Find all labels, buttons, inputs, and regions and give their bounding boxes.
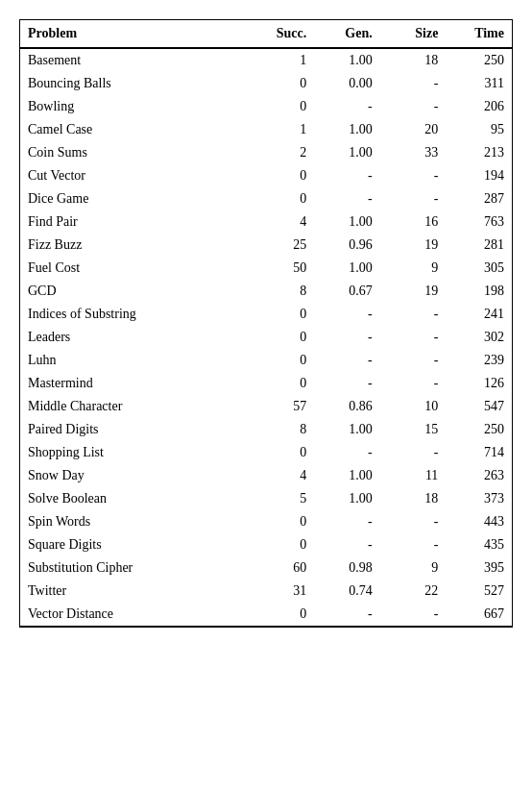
results-table-container: Problem Succ. Gen. Size Time Basement11.… (19, 19, 513, 628)
table-row: Solve Boolean51.0018373 (20, 487, 512, 510)
cell-size: - (380, 349, 447, 372)
cell-gen: 0.98 (314, 556, 380, 580)
cell-time: 287 (446, 187, 512, 210)
cell-problem: Coin Sums (20, 141, 249, 164)
cell-size: - (380, 164, 447, 187)
cell-size: 20 (380, 118, 447, 141)
table-row: Shopping List0--714 (20, 441, 512, 464)
header-succ: Succ. (249, 20, 315, 48)
table-row: Bouncing Balls00.00-311 (20, 72, 512, 95)
cell-succ: 0 (249, 187, 315, 210)
cell-gen: - (314, 187, 380, 210)
cell-time: 667 (446, 603, 512, 627)
cell-problem: Substitution Cipher (20, 556, 249, 580)
cell-succ: 0 (249, 510, 315, 533)
cell-size: 9 (380, 556, 447, 580)
cell-succ: 60 (249, 556, 315, 580)
cell-time: 547 (446, 395, 512, 418)
cell-problem: Luhn (20, 349, 249, 372)
cell-time: 263 (446, 464, 512, 487)
cell-succ: 0 (249, 164, 315, 187)
cell-gen: 1.00 (314, 48, 380, 72)
cell-size: - (380, 510, 447, 533)
cell-problem: Bowling (20, 95, 249, 118)
cell-size: - (380, 95, 447, 118)
cell-gen: - (314, 349, 380, 372)
table-row: Indices of Substring0--241 (20, 303, 512, 326)
cell-gen: - (314, 372, 380, 395)
results-table: Problem Succ. Gen. Size Time Basement11.… (20, 20, 512, 627)
cell-time: 395 (446, 556, 512, 580)
cell-problem: Middle Character (20, 395, 249, 418)
cell-gen: - (314, 164, 380, 187)
table-row: Square Digits0--435 (20, 533, 512, 556)
cell-succ: 0 (249, 441, 315, 464)
cell-succ: 0 (249, 95, 315, 118)
cell-succ: 0 (249, 303, 315, 326)
cell-size: 18 (380, 48, 447, 72)
cell-problem: Leaders (20, 326, 249, 349)
cell-succ: 31 (249, 580, 315, 603)
cell-problem: Indices of Substring (20, 303, 249, 326)
cell-succ: 0 (249, 533, 315, 556)
cell-size: 9 (380, 257, 447, 280)
table-row: Fuel Cost501.009305 (20, 257, 512, 280)
cell-problem: Dice Game (20, 187, 249, 210)
cell-time: 305 (446, 257, 512, 280)
header-time: Time (446, 20, 512, 48)
cell-gen: - (314, 326, 380, 349)
cell-problem: Twitter (20, 580, 249, 603)
cell-problem: Shopping List (20, 441, 249, 464)
cell-problem: Snow Day (20, 464, 249, 487)
cell-problem: Find Pair (20, 210, 249, 234)
cell-gen: 0.96 (314, 234, 380, 257)
cell-gen: - (314, 303, 380, 326)
header-gen: Gen. (314, 20, 380, 48)
table-row: Fizz Buzz250.9619281 (20, 234, 512, 257)
cell-gen: - (314, 441, 380, 464)
cell-size: 22 (380, 580, 447, 603)
cell-size: 18 (380, 487, 447, 510)
cell-time: 763 (446, 210, 512, 234)
cell-succ: 50 (249, 257, 315, 280)
cell-time: 281 (446, 234, 512, 257)
cell-problem: Fizz Buzz (20, 234, 249, 257)
cell-succ: 5 (249, 487, 315, 510)
cell-problem: Bouncing Balls (20, 72, 249, 95)
cell-time: 126 (446, 372, 512, 395)
cell-time: 250 (446, 48, 512, 72)
cell-size: 15 (380, 418, 447, 441)
table-row: Vector Distance0--667 (20, 603, 512, 627)
header-size: Size (380, 20, 447, 48)
table-row: Snow Day41.0011263 (20, 464, 512, 487)
cell-problem: Paired Digits (20, 418, 249, 441)
cell-succ: 0 (249, 349, 315, 372)
table-row: Find Pair41.0016763 (20, 210, 512, 234)
table-row: Paired Digits81.0015250 (20, 418, 512, 441)
table-row: Substitution Cipher600.989395 (20, 556, 512, 580)
cell-size: - (380, 72, 447, 95)
cell-gen: 0.00 (314, 72, 380, 95)
cell-size: 33 (380, 141, 447, 164)
cell-succ: 0 (249, 326, 315, 349)
cell-size: 10 (380, 395, 447, 418)
cell-time: 241 (446, 303, 512, 326)
cell-gen: - (314, 95, 380, 118)
cell-time: 311 (446, 72, 512, 95)
cell-problem: Spin Words (20, 510, 249, 533)
table-row: Luhn0--239 (20, 349, 512, 372)
cell-succ: 4 (249, 210, 315, 234)
table-header-row: Problem Succ. Gen. Size Time (20, 20, 512, 48)
cell-succ: 8 (249, 280, 315, 303)
table-row: Dice Game0--287 (20, 187, 512, 210)
table-row: Twitter310.7422527 (20, 580, 512, 603)
cell-time: 527 (446, 580, 512, 603)
cell-time: 95 (446, 118, 512, 141)
cell-time: 194 (446, 164, 512, 187)
cell-gen: 0.67 (314, 280, 380, 303)
cell-time: 302 (446, 326, 512, 349)
cell-problem: Mastermind (20, 372, 249, 395)
cell-gen: 1.00 (314, 418, 380, 441)
cell-succ: 25 (249, 234, 315, 257)
table-row: Bowling0--206 (20, 95, 512, 118)
